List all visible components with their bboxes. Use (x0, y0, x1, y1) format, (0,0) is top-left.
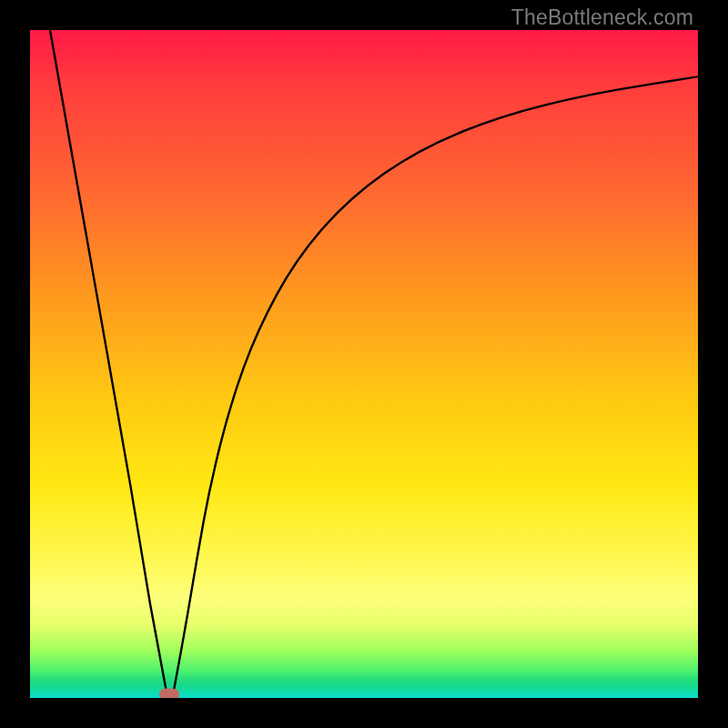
watermark-text: TheBottleneck.com (511, 5, 693, 30)
curve-right-segment (174, 76, 698, 691)
curve-left-segment (50, 30, 167, 694)
curve-layer (30, 30, 698, 698)
plot-area (30, 30, 698, 698)
chart-frame: TheBottleneck.com (0, 0, 728, 728)
minimum-marker (159, 689, 179, 698)
